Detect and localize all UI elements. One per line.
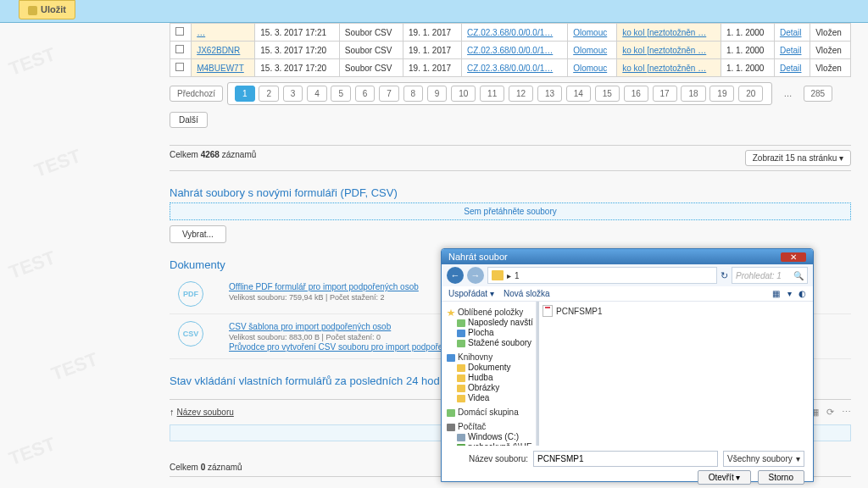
pager-page[interactable]: 17	[653, 86, 677, 102]
filename-column[interactable]: Název souboru	[177, 408, 234, 417]
organize-menu[interactable]: Uspořádat	[448, 289, 487, 298]
save-button[interactable]: Uložit	[19, 0, 75, 19]
desktop-icon	[457, 330, 465, 337]
dialog-close-button[interactable]: ✕	[781, 252, 806, 262]
record-id-link[interactable]: M4BUEW7T	[197, 64, 244, 73]
table-row: …15. 3. 2017 17:21Soubor CSV19. 1. 2017C…	[170, 24, 851, 42]
pdf-template-link[interactable]: Offline PDF formulář pro import podpořen…	[229, 282, 419, 291]
detail-link[interactable]: Detail	[780, 46, 802, 55]
detail-link[interactable]: Detail	[780, 64, 802, 73]
dialog-file-list[interactable]: PCNFSMP1	[537, 302, 813, 446]
pager-page[interactable]: 8	[403, 86, 424, 102]
records-table: …15. 3. 2017 17:21Soubor CSV19. 1. 2017C…	[170, 23, 851, 77]
new-folder-button[interactable]: Nová složka	[504, 289, 549, 298]
pager-page[interactable]: 4	[307, 86, 327, 102]
pager-page[interactable]: 3	[283, 86, 303, 102]
cell-status: Vložen	[810, 24, 851, 42]
pager-page[interactable]: 1	[235, 86, 255, 102]
csv-template-link[interactable]: CSV šablona pro import podpořených osob	[229, 322, 391, 331]
music-icon	[457, 374, 465, 382]
detail-link[interactable]: Detail	[780, 28, 802, 37]
filename-input[interactable]	[533, 451, 718, 467]
pager-page[interactable]: 15	[595, 86, 620, 102]
nav-fwd-button[interactable]: →	[467, 267, 484, 284]
drive-c-icon	[457, 434, 465, 441]
pager-page[interactable]: 11	[480, 86, 504, 102]
cell-type: Soubor CSV	[339, 59, 403, 77]
nav-back-button[interactable]: ←	[447, 267, 464, 284]
cell-date: 15. 3. 2017 17:20	[255, 42, 340, 59]
view-options[interactable]: ▦ ▾ ◐	[772, 289, 806, 298]
pager-page[interactable]: 20	[738, 86, 763, 102]
cell-date2: 19. 1. 2017	[403, 59, 462, 77]
pager-page[interactable]: 7	[379, 86, 399, 102]
cell-status: Vložen	[810, 59, 851, 77]
pager-page[interactable]: 2	[259, 86, 279, 102]
open-button[interactable]: Otevřít ▾	[698, 470, 752, 485]
filetype-select[interactable]: Všechny soubory▾	[723, 451, 804, 467]
city-link[interactable]: Olomouc	[573, 46, 607, 55]
dialog-nav-tree[interactable]: Oblíbené položky Naposledy navští Plocha…	[442, 302, 537, 446]
file-dropzone[interactable]: Sem přetáhněte soubory	[170, 202, 851, 220]
pager-next[interactable]: Další	[170, 112, 208, 128]
homegroup-icon	[447, 409, 455, 417]
record-id-link[interactable]: …	[197, 28, 205, 37]
cell-effective: 1. 1. 2000	[721, 24, 774, 42]
row-checkbox[interactable]	[170, 24, 192, 42]
sort-asc-icon: ↑	[170, 407, 175, 417]
pager-page[interactable]: 10	[451, 86, 476, 102]
dialog-titlebar: Nahrát soubor ✕	[442, 249, 813, 264]
cell-date: 15. 3. 2017 17:21	[255, 24, 340, 42]
cell-status: Vložen	[810, 42, 851, 59]
table-row: M4BUEW7T15. 3. 2017 17:20Soubor CSV19. 1…	[170, 59, 851, 77]
pager-page[interactable]: 9	[427, 86, 448, 102]
city-link[interactable]: Olomouc	[573, 64, 607, 73]
file-item[interactable]: PCNFSMP1	[542, 305, 810, 317]
pager-page[interactable]: 5	[331, 86, 351, 102]
file-open-dialog: Nahrát soubor ✕ ← → ▸ 1 ↻ Prohledat: 1🔍 …	[441, 248, 814, 482]
pdf-meta: Velikost souboru: 759,94 kB | Počet staž…	[229, 293, 384, 302]
kol-link[interactable]: ko kol [neztotožněn …	[622, 28, 706, 37]
pager-prev[interactable]: Předchozí	[170, 86, 223, 102]
pager-page[interactable]: 16	[624, 86, 648, 102]
row-checkbox[interactable]	[170, 59, 192, 77]
search-icon: 🔍	[793, 271, 804, 280]
pick-file-button[interactable]: Vybrat...	[170, 225, 226, 243]
pictures-icon	[457, 385, 465, 392]
cell-effective: 1. 1. 2000	[721, 59, 774, 77]
documents-icon	[457, 364, 465, 372]
per-page-select[interactable]: Zobrazit 15 na stránku ▾	[745, 150, 851, 166]
breadcrumb[interactable]: ▸ 1	[487, 267, 717, 284]
project-link[interactable]: CZ.02.3.68/0.0/0.0/1…	[467, 28, 553, 37]
chevron-down-icon: ▾	[839, 153, 843, 163]
kol-link[interactable]: ko kol [neztotožněn …	[622, 46, 706, 55]
city-link[interactable]: Olomouc	[573, 28, 607, 37]
folder-icon	[492, 270, 504, 280]
favorites-icon	[447, 309, 455, 317]
computer-icon	[447, 424, 455, 431]
pager-last[interactable]: 285	[804, 86, 833, 102]
kol-link[interactable]: ko kol [neztotožněn …	[622, 64, 706, 73]
pager-page[interactable]: 19	[709, 86, 734, 102]
cell-type: Soubor CSV	[339, 42, 403, 59]
save-icon	[28, 6, 37, 15]
chevron-down-icon: ▾	[796, 454, 800, 463]
pager-page[interactable]: 12	[509, 86, 533, 102]
row-checkbox[interactable]	[170, 42, 192, 59]
upload-heading: Nahrát soubory s novými formuláři (PDF, …	[170, 186, 851, 199]
pager: Předchozí 1 2 3 4 5 6 7 8 9 10 11 12 13 …	[170, 82, 851, 105]
dialog-search[interactable]: Prohledat: 1🔍	[732, 267, 808, 284]
status-toolbar: ▦ ⟳ ⋯	[810, 399, 851, 421]
pager-page[interactable]: 6	[355, 86, 376, 102]
file-icon	[542, 305, 553, 317]
project-link[interactable]: CZ.02.3.68/0.0/0.0/1…	[467, 46, 553, 55]
refresh-icon[interactable]: ↻	[721, 270, 728, 281]
pager-page[interactable]: 18	[681, 86, 705, 102]
pager-page[interactable]: 13	[537, 86, 562, 102]
cancel-button[interactable]: Storno	[758, 470, 804, 485]
record-id-link[interactable]: JX62BDNR	[197, 46, 240, 55]
pager-page[interactable]: 14	[566, 86, 591, 102]
save-label: Uložit	[41, 4, 66, 14]
downloads-icon	[457, 340, 465, 347]
project-link[interactable]: CZ.02.3.68/0.0/0.0/1…	[467, 64, 553, 73]
